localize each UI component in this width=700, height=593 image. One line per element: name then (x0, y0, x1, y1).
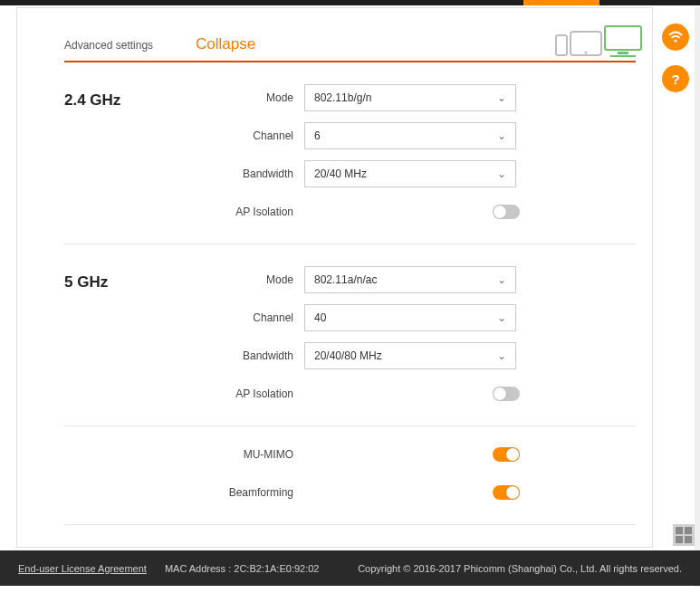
select-24-bandwidth[interactable]: 20/40 MHz ⌄ (304, 160, 516, 187)
devices-illustration (545, 24, 645, 64)
chevron-down-icon: ⌄ (497, 311, 506, 324)
select-5-mode-value: 802.11a/n/ac (314, 273, 377, 286)
eula-link[interactable]: End-user License Agreement (18, 563, 147, 574)
toggle-mumimo[interactable] (493, 447, 520, 462)
select-24-channel[interactable]: 6 ⌄ (304, 122, 516, 149)
wifi-status-button[interactable] (662, 24, 689, 51)
toggle-beamforming[interactable] (493, 485, 520, 500)
svg-rect-5 (556, 35, 567, 55)
label-5-mode: Mode (196, 273, 304, 286)
mac-address: MAC Address : 2C:B2:1A:E0:92:02 (165, 563, 320, 574)
floating-buttons: ? (662, 24, 689, 92)
svg-rect-0 (605, 26, 641, 50)
footer: End-user License Agreement MAC Address :… (0, 550, 700, 586)
select-24-channel-value: 6 (314, 129, 321, 142)
chevron-down-icon: ⌄ (497, 91, 506, 104)
label-24-channel: Channel (196, 129, 304, 142)
select-24-bandwidth-value: 20/40 MHz (314, 167, 367, 180)
select-5-bandwidth-value: 20/40/80 MHz (314, 349, 382, 362)
scrollbar[interactable] (695, 7, 700, 587)
svg-point-6 (674, 39, 676, 42)
section-extras: MU-MIMO Beamforming (17, 426, 652, 512)
select-5-bandwidth[interactable]: 20/40/80 MHz ⌄ (304, 342, 516, 369)
svg-point-4 (585, 52, 588, 54)
label-5-bandwidth: Bandwidth (196, 349, 304, 362)
svg-rect-2 (610, 55, 636, 57)
label-24-bandwidth: Bandwidth (196, 167, 304, 180)
select-5-channel[interactable]: 40 ⌄ (304, 304, 516, 331)
select-24-mode[interactable]: 802.11b/g/n ⌄ (304, 84, 516, 111)
select-5-channel-value: 40 (314, 311, 326, 324)
top-bar (0, 0, 700, 5)
qr-code-button[interactable] (673, 524, 695, 546)
label-24-mode: Mode (196, 91, 304, 104)
chevron-down-icon: ⌄ (497, 349, 506, 362)
help-button[interactable]: ? (662, 65, 689, 92)
select-5-mode[interactable]: 802.11a/n/ac ⌄ (304, 266, 516, 293)
select-24-mode-value: 802.11b/g/n (314, 91, 371, 104)
label-5-channel: Channel (196, 311, 304, 324)
advanced-settings-label: Advanced settings (64, 39, 196, 52)
band-title-24: 2.4 GHz (64, 79, 196, 231)
section-24ghz: 2.4 GHz Mode 802.11b/g/n ⌄ Channel 6 ⌄ B… (17, 62, 652, 231)
label-5-apisolation: AP Isolation (196, 387, 304, 400)
settings-panel: Advanced settings Collapse 2.4 GHz Mode … (16, 7, 653, 548)
toggle-5-apisolation[interactable] (493, 387, 520, 401)
toggle-24-apisolation[interactable] (493, 205, 520, 219)
label-24-apisolation: AP Isolation (196, 206, 304, 218)
chevron-down-icon: ⌄ (497, 167, 506, 180)
chevron-down-icon: ⌄ (497, 273, 506, 286)
label-beamforming: Beamforming (196, 486, 304, 499)
label-mumimo: MU-MIMO (196, 448, 304, 461)
svg-rect-1 (618, 52, 628, 54)
collapse-link[interactable]: Collapse (196, 35, 255, 53)
active-nav-indicator (523, 0, 599, 5)
copyright-text: Copyright © 2016-2017 Phicomm (Shanghai)… (358, 563, 682, 574)
chevron-down-icon: ⌄ (497, 129, 506, 142)
section-5ghz: 5 GHz Mode 802.11a/n/ac ⌄ Channel 40 ⌄ B… (17, 244, 652, 413)
band-title-5: 5 GHz (64, 261, 196, 413)
